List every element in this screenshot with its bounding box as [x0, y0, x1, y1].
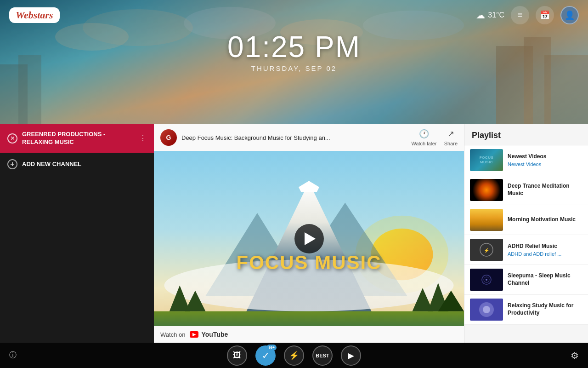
- add-channel-icon: +: [7, 159, 17, 169]
- media-icon: ▶: [348, 351, 354, 361]
- clock-section: 01:25 PM THURSDAY, SEP 02: [227, 32, 361, 72]
- channel-item[interactable]: ✕ GREENRED PRODUCTIONS - RELAXING MUSIC …: [0, 124, 154, 153]
- taskbar-best-button[interactable]: BEST: [312, 345, 333, 366]
- play-button[interactable]: [294, 224, 324, 253]
- logo: Webstars: [9, 7, 60, 23]
- list-icon: ≡: [518, 10, 523, 20]
- playlist-thumb-5: [470, 269, 503, 291]
- cloud-icon: ☁: [476, 10, 485, 21]
- share-button[interactable]: ↗ Share: [444, 129, 458, 146]
- youtube-label: YouTube: [201, 331, 228, 338]
- share-icon: ↗: [447, 129, 454, 139]
- video-header-actions: 🕐 Watch later ↗ Share: [411, 129, 458, 146]
- video-area: G Deep Focus Music: Background Music for…: [154, 124, 464, 343]
- youtube-icon: [190, 331, 198, 338]
- playlist-item-2-info: Deep Trance Meditation Music: [508, 183, 582, 197]
- topbar-right: ☁ 31°C ≡ 📅 👤: [476, 6, 579, 24]
- taskbar-speed-button[interactable]: ⚡: [284, 345, 304, 366]
- svg-point-31: [486, 279, 487, 281]
- watch-on-label: Watch on: [160, 331, 185, 338]
- logo-text: Webstars: [16, 9, 53, 21]
- video-title: Deep Focus Music: Background Music for S…: [181, 134, 407, 141]
- youtube-logo[interactable]: YouTube: [190, 331, 228, 338]
- content-area: ✕ GREENRED PRODUCTIONS - RELAXING MUSIC …: [0, 124, 588, 343]
- playlist-item-2-title: Deep Trance Meditation Music: [508, 183, 582, 197]
- clock-date: THURSDAY, SEP 02: [227, 64, 361, 72]
- svg-text:⚡: ⚡: [484, 247, 490, 253]
- playlist-item-4[interactable]: ⚡ ADHD Relief Music ADHD and ADD relief …: [464, 235, 588, 265]
- playlist-item-5[interactable]: Sleepuma - Sleep Music Channel: [464, 265, 588, 295]
- taskbar-media-button[interactable]: ▶: [341, 345, 361, 366]
- playlist-item-3-title: Morning Motivation Music: [508, 216, 582, 224]
- playlist-thumb-6: [470, 299, 503, 321]
- watch-later-button[interactable]: 🕐 Watch later: [411, 129, 436, 146]
- taskbar-photos-button[interactable]: 🖼: [227, 345, 247, 366]
- playlist-header: Playlist: [464, 124, 588, 145]
- add-channel-label: ADD NEW CHANNEL: [22, 161, 81, 167]
- playlist-area: Playlist FOCUSMUSIC Newest Videos Newest…: [464, 124, 588, 343]
- playlist-item-1-title: Newest Videos: [508, 153, 582, 161]
- best-icon: BEST: [316, 353, 329, 358]
- share-label: Share: [444, 141, 458, 146]
- playlist-item-5-info: Sleepuma - Sleep Music Channel: [508, 272, 582, 287]
- info-icon: ⓘ: [9, 351, 17, 359]
- playlist-item-3[interactable]: Morning Motivation Music: [464, 205, 588, 235]
- svg-rect-19: [154, 311, 464, 326]
- temperature: 31°C: [488, 11, 504, 19]
- playlist-thumb-2: [470, 179, 503, 201]
- topbar: Webstars ☁ 31°C ≡ 📅 👤: [0, 0, 588, 30]
- tasks-badge: 99+: [266, 345, 277, 351]
- video-header: G Deep Focus Music: Background Music for…: [154, 124, 464, 151]
- svg-rect-8: [544, 55, 588, 124]
- play-icon: [305, 232, 316, 245]
- playlist-thumb-1: FOCUSMUSIC: [470, 149, 503, 171]
- playlist-item-4-title: ADHD Relief Music: [508, 243, 582, 250]
- taskbar: ⓘ 🖼 ✓ 99+ ⚡ BEST ▶ ⚙: [0, 343, 588, 368]
- photos-icon: 🖼: [233, 351, 241, 360]
- avatar-button[interactable]: 👤: [560, 6, 579, 24]
- sidebar: ✕ GREENRED PRODUCTIONS - RELAXING MUSIC …: [0, 124, 154, 343]
- playlist-item-4-info: ADHD Relief Music ADHD and ADD relief ..…: [508, 243, 582, 257]
- speedometer-icon: ⚡: [289, 351, 299, 361]
- clock-time: 01:25 PM: [227, 32, 361, 62]
- watch-later-label: Watch later: [411, 141, 436, 146]
- video-footer: Watch on YouTube: [154, 326, 464, 343]
- check-icon: ✓: [262, 350, 270, 361]
- playlist-item-1[interactable]: FOCUSMUSIC Newest Videos Newest Videos: [464, 145, 588, 175]
- svg-rect-9: [0, 64, 28, 124]
- playlist-thumb-4: ⚡: [470, 239, 503, 261]
- channel-name: GREENRED PRODUCTIONS - RELAXING MUSIC: [22, 131, 135, 146]
- svg-point-34: [483, 306, 490, 313]
- channel-edit-icon: ⋮: [139, 134, 147, 143]
- svg-rect-6: [496, 46, 533, 124]
- playlist-item-3-info: Morning Motivation Music: [508, 216, 582, 224]
- playlist-item-6-title: Relaxing Study Music for Productivity: [508, 302, 582, 316]
- calendar-button[interactable]: 📅: [536, 6, 554, 24]
- video-channel-avatar: G: [160, 129, 177, 146]
- playlist-item-1-info: Newest Videos Newest Videos: [508, 153, 582, 167]
- add-channel-button[interactable]: + ADD NEW CHANNEL: [0, 153, 154, 176]
- weather-info: ☁ 31°C: [476, 10, 504, 21]
- taskbar-tasks-button[interactable]: ✓ 99+: [255, 345, 276, 366]
- avatar-icon: 👤: [565, 10, 575, 20]
- playlist-item-6-info: Relaxing Study Music for Productivity: [508, 302, 582, 316]
- taskbar-settings-button[interactable]: ⚙: [571, 350, 579, 361]
- settings-icon: ⚙: [571, 351, 579, 361]
- watch-later-icon: 🕐: [419, 129, 429, 139]
- focus-music-text: FOCUS MUSIC: [237, 252, 382, 274]
- svg-rect-10: [18, 55, 41, 124]
- playlist-item-1-sub: Newest Videos: [508, 161, 582, 167]
- channel-remove-icon: ✕: [7, 133, 17, 144]
- playlist-thumb-3: [470, 209, 503, 231]
- list-button[interactable]: ≡: [511, 6, 529, 24]
- svg-rect-7: [524, 37, 551, 124]
- calendar-icon: 📅: [540, 10, 550, 20]
- playlist-item-4-sub: ADHD and ADD relief ...: [508, 251, 582, 257]
- video-thumbnail: FOCUS MUSIC: [154, 151, 464, 326]
- playlist-item-6[interactable]: Relaxing Study Music for Productivity: [464, 295, 588, 325]
- playlist-item-2[interactable]: Deep Trance Meditation Music: [464, 175, 588, 205]
- playlist-item-5-title: Sleepuma - Sleep Music Channel: [508, 272, 582, 287]
- taskbar-info-button[interactable]: ⓘ: [9, 351, 17, 360]
